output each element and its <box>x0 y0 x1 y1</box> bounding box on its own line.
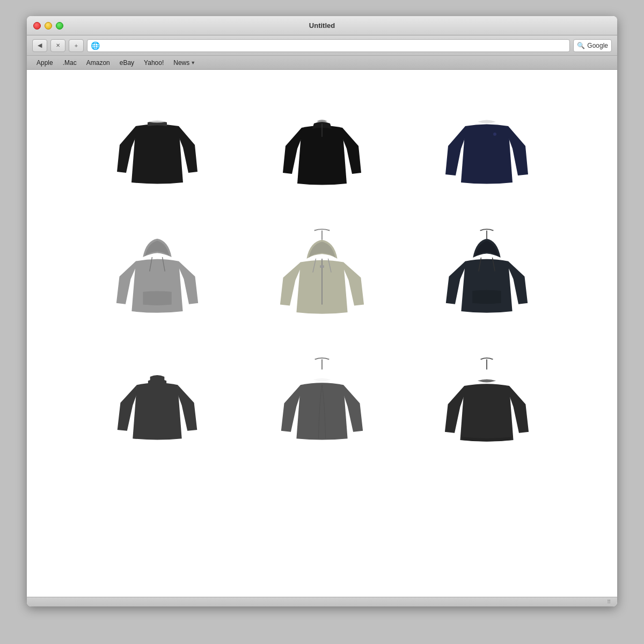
page-content <box>27 70 617 597</box>
resize-dots: ⠿ <box>607 599 611 605</box>
search-container: 🔍 Google <box>573 39 612 52</box>
product-2[interactable] <box>245 91 399 209</box>
product-3[interactable] <box>409 91 564 209</box>
maximize-button[interactable] <box>56 22 63 30</box>
search-label: Google <box>587 42 608 49</box>
window-controls <box>33 22 63 30</box>
bookmarks-bar: Apple .Mac Amazon eBay Yahoo! News ▼ <box>27 56 617 70</box>
bookmark-amazon[interactable]: Amazon <box>82 58 114 68</box>
bookmark-apple[interactable]: Apple <box>32 58 57 68</box>
search-icon: 🔍 <box>577 42 585 49</box>
new-tab-button[interactable]: + <box>69 39 84 52</box>
minimize-button[interactable] <box>45 22 52 30</box>
product-7[interactable] <box>80 349 235 467</box>
stop-button[interactable]: ✕ <box>50 39 65 52</box>
back-button[interactable]: ◀ <box>32 39 47 52</box>
product-5[interactable] <box>245 220 399 338</box>
product-4[interactable] <box>80 220 235 338</box>
bookmark-yahoo[interactable]: Yahoo! <box>140 58 168 68</box>
bookmark-mac[interactable]: .Mac <box>58 58 81 68</box>
address-bar-container: 🌐 <box>87 39 570 52</box>
address-input[interactable] <box>101 42 566 49</box>
title-bar: Untitled <box>27 16 617 35</box>
product-8[interactable] <box>245 349 399 467</box>
product-6[interactable] <box>409 220 564 338</box>
product-1[interactable] <box>80 91 235 209</box>
resize-handle: ⠿ <box>604 598 612 606</box>
bookmark-ebay[interactable]: eBay <box>115 58 138 68</box>
products-grid <box>80 91 564 467</box>
toolbar: ◀ ✕ + 🌐 🔍 Google <box>27 35 617 56</box>
window-title: Untitled <box>309 21 335 30</box>
browser-window: Untitled ◀ ✕ + 🌐 🔍 Google Apple .Mac Ama… <box>27 16 617 606</box>
close-button[interactable] <box>33 22 41 30</box>
svg-rect-6 <box>320 265 324 268</box>
product-9[interactable] <box>409 349 564 467</box>
globe-icon: 🌐 <box>91 41 99 50</box>
svg-point-1 <box>493 133 496 136</box>
bookmark-news[interactable]: News ▼ <box>169 58 200 68</box>
status-bar: ⠿ <box>27 597 617 606</box>
news-dropdown-arrow: ▼ <box>191 60 195 65</box>
